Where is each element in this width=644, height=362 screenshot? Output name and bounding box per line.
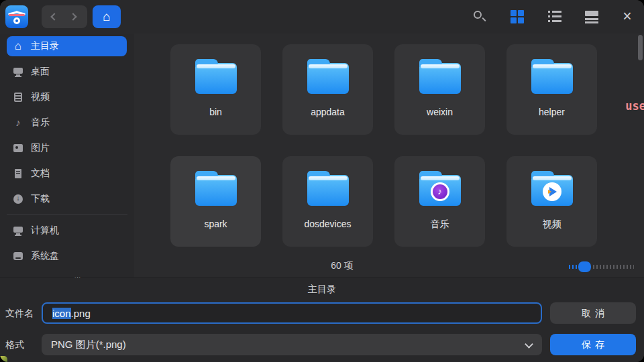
download-icon: [13, 194, 23, 204]
item-count: 60 项: [134, 260, 550, 272]
close-icon[interactable]: ×: [617, 7, 637, 27]
slider-handle[interactable]: [578, 261, 591, 272]
volume-disk-icon: [13, 276, 23, 278]
back-button[interactable]: [50, 13, 58, 20]
sidebar-item-desktop[interactable]: 桌面: [0, 59, 134, 84]
folder-icon: [307, 63, 349, 94]
save-button[interactable]: 保存: [550, 334, 636, 355]
folder-icon: [419, 63, 461, 94]
folder-tile-helper[interactable]: helper: [506, 44, 597, 135]
filename-label: 文件名: [5, 308, 34, 320]
file-save-dialog-window: ⌂ × ⌂ 主目录 桌面 视频 ♪: [0, 0, 644, 362]
sidebar-item-volume[interactable]: 157.9 GB 卷: [0, 269, 134, 278]
save-panel: 主目录 文件名 icon.png 取消 格式 PNG 图片(*.png) 保存: [0, 278, 644, 362]
folder-tile-appdata[interactable]: appdata: [282, 44, 373, 135]
sidebar-item-pictures[interactable]: 图片: [0, 135, 134, 161]
folder-icon: [195, 63, 237, 94]
folder-icon: [307, 175, 349, 206]
folder-tile-bin[interactable]: bin: [170, 44, 261, 135]
current-location-title: 主目录: [0, 284, 644, 296]
document-icon: [13, 168, 23, 179]
grid-view-icon[interactable]: [511, 10, 524, 23]
filename-selected-text: icon: [52, 308, 71, 319]
computer-icon: [13, 225, 23, 236]
sidebar-item-videos[interactable]: 视频: [0, 84, 134, 110]
video-folder-icon: [531, 175, 573, 206]
film-icon: [13, 92, 23, 103]
picture-icon: [13, 143, 23, 154]
icon-size-slider[interactable]: [569, 261, 634, 272]
cancel-button[interactable]: 取消: [550, 302, 636, 324]
desktop-icon: [13, 66, 23, 77]
format-label: 格式: [5, 339, 24, 351]
folder-tile-dosdevices[interactable]: dosdevices: [282, 156, 373, 247]
detail-view-icon[interactable]: [585, 10, 598, 23]
slider-ticks-inactive: [593, 265, 634, 269]
watermark-text: use: [625, 99, 644, 113]
chevron-down-icon: [525, 340, 533, 349]
sidebar-item-home[interactable]: ⌂ 主目录: [0, 34, 134, 59]
folder-tile-spark[interactable]: spark: [170, 156, 261, 247]
sidebar-item-documents[interactable]: 文档: [0, 161, 134, 186]
sidebar-item-music[interactable]: ♪ 音乐: [0, 110, 134, 135]
filename-input[interactable]: icon.png: [42, 302, 542, 324]
format-select[interactable]: PNG 图片(*.png): [42, 334, 542, 355]
nav-button-group: [42, 5, 87, 28]
list-view-icon[interactable]: [548, 10, 561, 23]
sidebar-divider: [7, 215, 127, 215]
folder-tile-weixin[interactable]: weixin: [394, 44, 485, 135]
sidebar-item-computer[interactable]: 计算机: [0, 218, 134, 243]
search-icon[interactable]: [473, 10, 486, 23]
music-note-icon: ♪: [13, 117, 23, 128]
video-badge-icon: [543, 182, 561, 201]
sidebar-item-downloads[interactable]: 下载: [0, 186, 134, 212]
format-value: PNG 图片(*.png): [51, 339, 126, 351]
file-manager-app-icon: [5, 5, 28, 28]
home-icon: ⌂: [13, 41, 23, 52]
folder-icon: [531, 63, 573, 94]
scrollbar-thumb[interactable]: [638, 35, 643, 60]
music-folder-icon: [419, 175, 461, 206]
home-button[interactable]: ⌂: [93, 5, 121, 28]
music-badge-icon: [431, 182, 449, 201]
filename-extension: .png: [71, 308, 91, 319]
folder-icon: [195, 175, 237, 206]
sidebar-item-system-disk[interactable]: 系统盘: [0, 243, 134, 269]
folder-tile-videos[interactable]: 视频: [506, 156, 597, 247]
title-bar: ⌂ ×: [0, 0, 644, 34]
folder-grid: bin appdata weixin helper spark dosdevic…: [134, 34, 644, 278]
forward-button[interactable]: [69, 13, 76, 20]
desktop-corner-artifact: [0, 356, 7, 362]
disk-icon: [13, 251, 23, 261]
sidebar: ⌂ 主目录 桌面 视频 ♪ 音乐 图片 文档 下载 计算机: [0, 34, 134, 278]
folder-tile-music[interactable]: 音乐: [394, 156, 485, 247]
